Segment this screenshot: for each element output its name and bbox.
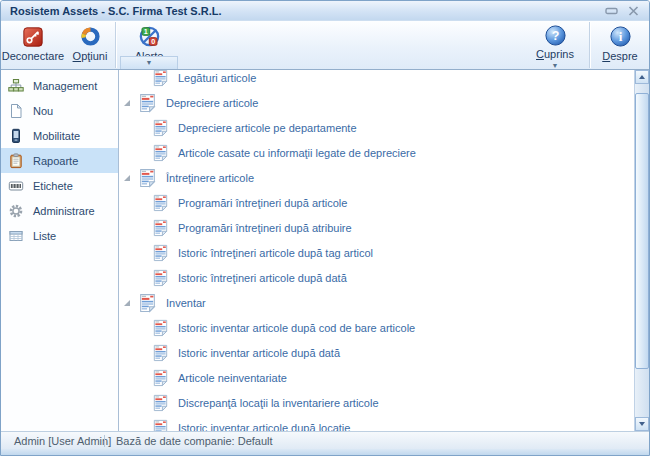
dropdown-arrow-icon: ▼	[552, 62, 559, 69]
tree-item[interactable]: Întreţinere articole	[119, 165, 619, 190]
tree-item-label: Istoric întreţineri articole după dată	[178, 272, 347, 284]
sidebar-item[interactable]: Management	[1, 73, 118, 98]
deconectare-button[interactable]: Deconectare	[1, 21, 65, 69]
tree-item[interactable]: Istoric inventar articole după locaţie	[119, 415, 619, 431]
tree-item[interactable]: Istoric întreţineri articole după dată	[119, 265, 619, 290]
sidebar: Management Nou Mobilitate Rapoarte Etich…	[1, 70, 119, 431]
tree-item[interactable]: Programări întreţineri după articole	[119, 190, 619, 215]
sidebar-item-icon	[8, 103, 24, 119]
minimize-button[interactable]	[602, 4, 620, 18]
toolbar-spacer	[181, 21, 521, 69]
report-document-icon	[151, 118, 170, 137]
report-document-icon	[137, 167, 158, 188]
tree-expander-icon[interactable]	[124, 100, 130, 106]
report-document-icon	[151, 368, 170, 387]
report-document-icon	[151, 268, 170, 287]
alerte-button[interactable]: 1 0 Alerte ▼	[117, 21, 181, 69]
sidebar-item-label: Rapoarte	[33, 155, 78, 167]
sidebar-item[interactable]: Administrare	[1, 198, 118, 223]
tree-item[interactable]: Depreciere articole	[119, 90, 619, 115]
sidebar-item-icon	[8, 153, 24, 169]
despre-button[interactable]: i Despre	[591, 21, 649, 69]
scroll-up-button[interactable]	[635, 70, 649, 84]
disconnect-key-icon	[22, 24, 44, 49]
title-bar[interactable]: Rosistem Assets - S.C. Firma Test S.R.L.	[1, 1, 649, 20]
button-label: Despre	[602, 50, 637, 62]
tree-item-label: Depreciere articole pe departamente	[178, 122, 357, 134]
info-icon: i	[609, 24, 632, 49]
report-document-icon	[151, 143, 170, 162]
report-document-icon	[151, 193, 170, 212]
tree-item[interactable]: Legături articole	[119, 70, 619, 90]
tree-item-label: Legături articole	[178, 72, 256, 84]
report-document-icon	[151, 393, 170, 412]
report-document-icon	[151, 218, 170, 237]
sidebar-item-icon	[8, 128, 24, 144]
sidebar-item[interactable]: Etichete	[1, 173, 118, 198]
sidebar-item[interactable]: Liste	[1, 223, 118, 248]
report-document-icon	[151, 243, 170, 262]
optiuni-button[interactable]: Opţiuni	[65, 21, 115, 69]
cuprins-button[interactable]: ? Cuprins ▼	[521, 21, 589, 69]
tree-item-label: Depreciere articole	[166, 97, 258, 109]
mobile-device-icon	[8, 128, 24, 144]
window-title: Rosistem Assets - S.C. Firma Test S.R.L.	[10, 5, 598, 17]
sidebar-item[interactable]: Rapoarte	[1, 148, 118, 173]
dropdown-arrow-icon: ▼	[146, 59, 153, 66]
close-button[interactable]	[624, 4, 642, 18]
content-area: Management Nou Mobilitate Rapoarte Etich…	[1, 70, 649, 431]
vertical-scrollbar[interactable]	[634, 70, 649, 431]
tree-item-label: Istoric inventar articole după dată	[178, 347, 340, 359]
tree-item[interactable]: Depreciere articole pe departamente	[119, 115, 619, 140]
window-bottom-edge	[1, 449, 649, 455]
status-database: Bază de date companie: Default	[105, 435, 273, 447]
report-document-icon	[151, 343, 170, 362]
tree-item[interactable]: Programări întreţineri după atribuire	[119, 215, 619, 240]
sidebar-item[interactable]: Nou	[1, 98, 118, 123]
sidebar-item-icon	[8, 78, 24, 94]
tree-item-label: Articole neinventariate	[178, 372, 287, 384]
new-page-icon	[8, 103, 24, 119]
tree-item[interactable]: Articole neinventariate	[119, 365, 619, 390]
tree-expander-icon[interactable]	[124, 175, 130, 181]
tree-item[interactable]: Discrepanţă locaţii la inventariere arti…	[119, 390, 619, 415]
sidebar-item-icon	[8, 228, 24, 244]
report-document-icon	[151, 418, 170, 431]
sidebar-item-label: Administrare	[33, 205, 95, 217]
close-icon	[628, 6, 639, 16]
report-document-icon	[151, 70, 170, 87]
tree-item-label: Discrepanţă locaţii la inventariere arti…	[178, 397, 379, 409]
status-bar: Admin [User Admin] Bază de date companie…	[1, 431, 649, 449]
options-donut-icon	[79, 24, 102, 49]
reports-tree: Legături articole Depreciere articole	[119, 70, 634, 431]
minimize-icon	[605, 6, 618, 16]
tree-item[interactable]: Istoric întreţineri articole după tag ar…	[119, 240, 619, 265]
report-document-icon	[137, 92, 158, 113]
tree-item-label: Inventar	[166, 297, 206, 309]
button-label: Opţiuni	[73, 50, 108, 62]
arrow-down-icon	[639, 422, 645, 426]
arrow-up-icon	[639, 75, 645, 79]
svg-text:?: ?	[551, 29, 559, 43]
tree-item[interactable]: Articole casate cu informaţii legate de …	[119, 140, 619, 165]
tree-item[interactable]: Istoric inventar articole după cod de ba…	[119, 315, 619, 340]
svg-text:i: i	[618, 29, 622, 44]
gear-icon	[8, 203, 24, 219]
alerts-icon: 1 0	[137, 24, 162, 49]
scroll-down-button[interactable]	[635, 417, 649, 431]
list-table-icon	[8, 228, 24, 244]
button-label: Deconectare	[2, 50, 64, 62]
tree-expander-icon[interactable]	[124, 300, 130, 306]
sidebar-item-label: Nou	[33, 105, 53, 117]
sidebar-item[interactable]: Mobilitate	[1, 123, 118, 148]
toolbar: Deconectare Opţiuni 1 0	[1, 20, 649, 70]
tree-item[interactable]: Inventar	[119, 290, 619, 315]
alerte-dropdown[interactable]: ▼	[120, 56, 178, 69]
sidebar-item-icon	[8, 178, 24, 194]
help-question-icon: ?	[544, 24, 567, 47]
cuprins-dropdown[interactable]: ▼	[552, 62, 559, 70]
tree-item[interactable]: Istoric inventar articole după dată	[119, 340, 619, 365]
sidebar-item-label: Etichete	[33, 180, 73, 192]
scrollbar-thumb[interactable]	[635, 93, 649, 369]
sidebar-item-label: Management	[33, 80, 97, 92]
